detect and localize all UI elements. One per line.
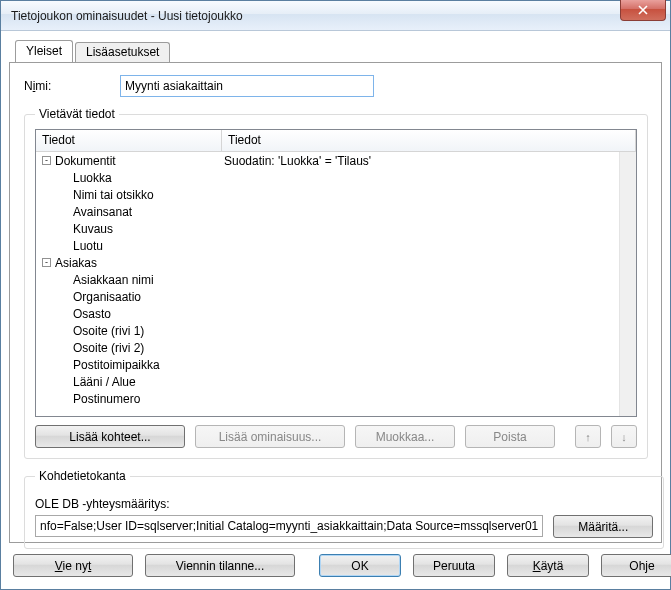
tab-general[interactable]: Yleiset <box>15 40 73 62</box>
edit-button: Muokkaa... <box>355 425 455 448</box>
tree-item-label: Postitoimipaikka <box>73 358 160 372</box>
close-button[interactable] <box>620 0 666 21</box>
tree-filter-text: Suodatin: 'Luokka' = 'Tilaus' <box>222 154 371 168</box>
client-area: Yleiset Lisäasetukset Nimi: Myynti asiak… <box>9 39 662 581</box>
tab-strip: Yleiset Lisäasetukset <box>15 39 662 63</box>
db-connection-input[interactable]: nfo=False;User ID=sqlserver;Initial Cata… <box>35 515 543 537</box>
tree-row[interactable]: Osasto <box>36 305 619 322</box>
move-up-button: ↑ <box>575 425 601 448</box>
apply-button[interactable]: Käytä <box>507 554 589 577</box>
tree-row[interactable]: -DokumentitSuodatin: 'Luokka' = 'Tilaus' <box>36 152 619 169</box>
add-property-button: Lisää ominaisuus... <box>195 425 345 448</box>
export-group-label: Vietävät tiedot <box>35 107 119 121</box>
tree-item-label: Lääni / Alue <box>73 375 136 389</box>
name-input[interactable]: Myynti asiakaittain <box>120 75 374 97</box>
tree-item-label: Luotu <box>73 239 103 253</box>
tree-row[interactable]: Avainsanat <box>36 203 619 220</box>
tree-item-label: Avainsanat <box>73 205 132 219</box>
tree-row[interactable]: Postitoimipaikka <box>36 356 619 373</box>
move-down-button: ↓ <box>611 425 637 448</box>
remove-button: Poista <box>465 425 555 448</box>
tree-item-label: Asiakkaan nimi <box>73 273 154 287</box>
window-title: Tietojoukon ominaisuudet - Uusi tietojou… <box>11 9 243 23</box>
collapse-icon[interactable]: - <box>42 258 51 267</box>
tree-item-label: Osoite (rivi 1) <box>73 324 144 338</box>
tree-item-label: Osasto <box>73 307 111 321</box>
tree-item-label: Kuvaus <box>73 222 113 236</box>
tree-row[interactable]: Asiakkaan nimi <box>36 271 619 288</box>
tree-item-label: Dokumentit <box>55 154 116 168</box>
tree-row[interactable]: Lääni / Alue <box>36 373 619 390</box>
export-group: Vietävät tiedot Tiedot Tiedot -Dokumenti… <box>24 107 648 459</box>
tree-header: Tiedot Tiedot <box>36 130 636 152</box>
tree-row[interactable]: Nimi tai otsikko <box>36 186 619 203</box>
tree-row[interactable]: Postinumero <box>36 390 619 407</box>
dialog-window: Tietojoukon ominaisuudet - Uusi tietojou… <box>0 0 671 590</box>
add-items-button[interactable]: Lisää kohteet... <box>35 425 185 448</box>
titlebar[interactable]: Tietojoukon ominaisuudet - Uusi tietojou… <box>1 1 670 31</box>
tree-row[interactable]: Osoite (rivi 2) <box>36 339 619 356</box>
tree-item-label: Postinumero <box>73 392 140 406</box>
cancel-button[interactable]: Peruuta <box>413 554 495 577</box>
tree-row[interactable]: Luotu <box>36 237 619 254</box>
export-status-button[interactable]: Viennin tilanne... <box>145 554 295 577</box>
tree-item-label: Asiakas <box>55 256 97 270</box>
tree-row[interactable]: -Asiakas <box>36 254 619 271</box>
tree-item-label: Nimi tai otsikko <box>73 188 154 202</box>
close-icon <box>637 5 649 15</box>
target-db-group: Kohdetietokanta OLE DB -yhteysmääritys: … <box>24 469 664 549</box>
tree-view[interactable]: Tiedot Tiedot -DokumentitSuodatin: 'Luok… <box>35 129 637 417</box>
dialog-footer: Vie nyt Viennin tilanne... OK Peruuta Kä… <box>9 554 662 577</box>
tree-row[interactable]: Organisaatio <box>36 288 619 305</box>
tree-item-label: Osoite (rivi 2) <box>73 341 144 355</box>
tab-advanced[interactable]: Lisäasetukset <box>75 42 170 62</box>
arrow-down-icon: ↓ <box>621 431 627 443</box>
tree-header-col2[interactable]: Tiedot <box>222 130 636 151</box>
name-label: Nimi: <box>24 79 120 93</box>
tree-row[interactable]: Osoite (rivi 1) <box>36 322 619 339</box>
collapse-icon[interactable]: - <box>42 156 51 165</box>
define-button[interactable]: Määritä... <box>553 515 653 538</box>
arrow-up-icon: ↑ <box>585 431 591 443</box>
tree-row[interactable]: Luokka <box>36 169 619 186</box>
tab-panel-general: Nimi: Myynti asiakaittain Vietävät tiedo… <box>9 62 662 543</box>
export-now-button[interactable]: Vie nyt <box>13 554 133 577</box>
help-button[interactable]: Ohje <box>601 554 671 577</box>
target-db-group-label: Kohdetietokanta <box>35 469 130 483</box>
tree-item-label: Organisaatio <box>73 290 141 304</box>
tree-header-col1[interactable]: Tiedot <box>36 130 222 151</box>
ok-button[interactable]: OK <box>319 554 401 577</box>
db-connection-label: OLE DB -yhteysmääritys: <box>35 497 653 511</box>
tree-row[interactable]: Kuvaus <box>36 220 619 237</box>
tree-item-label: Luokka <box>73 171 112 185</box>
tree-scrollbar[interactable] <box>619 152 636 416</box>
